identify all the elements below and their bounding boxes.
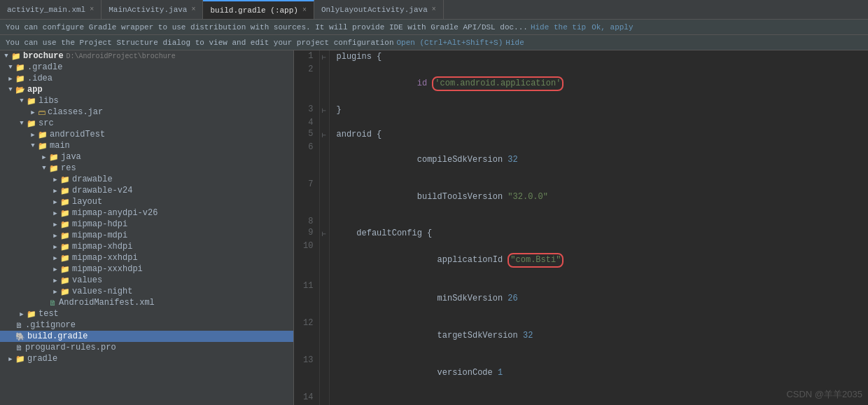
arrow-icon: ▼ — [29, 142, 36, 149]
tab-build-gradle-app[interactable]: build.gradle (:app) × — [203, 0, 314, 19]
line-content: } — [329, 104, 868, 117]
arrow-icon: ▶ — [29, 131, 36, 139]
project-header[interactable]: ▼ 📁 brochure D:\AndroidProject\brochure — [0, 50, 293, 62]
item-label: build.gradle — [27, 331, 88, 341]
sidebar-item-mipmap-mdpi[interactable]: ▶ 📁 mipmap-mdpi — [0, 230, 293, 241]
sidebar-item-mipmap-xxxhdpi[interactable]: ▶ 📁 mipmap-xxxhdpi — [0, 263, 293, 275]
arrow-icon: ▼ — [18, 97, 25, 104]
sidebar-item-gradle-dir[interactable]: ▶ 📁 gradle — [0, 353, 293, 364]
line-content: defaultConfig { — [329, 227, 868, 240]
java-folder-icon: 📁 — [49, 153, 59, 162]
line-number: 4 — [294, 117, 319, 128]
item-label: classes.jar — [48, 107, 103, 117]
close-icon[interactable]: × — [191, 6, 195, 13]
item-label: proguard-rules.pro — [25, 343, 116, 352]
sidebar-item-mipmap-xxhdpi[interactable]: ▶ 📁 mipmap-xxhdpi — [0, 252, 293, 263]
sidebar-item-layout[interactable]: ▶ 📁 layout — [0, 196, 293, 207]
item-label: mipmap-anydpi-v26 — [72, 208, 158, 218]
folder-icon: 📁 — [27, 119, 36, 128]
sidebar-item-res[interactable]: ▼ 📁 res — [0, 163, 293, 174]
sidebar-item-drawable[interactable]: ▶ 📁 drawable — [0, 174, 293, 185]
gutter-marker — [319, 317, 329, 355]
sidebar-item-build-gradle[interactable]: 🐘 build.gradle — [0, 331, 293, 342]
project-name: brochure — [23, 51, 64, 61]
gutter-marker — [319, 392, 329, 405]
sidebar-item-classes-jar[interactable]: ▶ 🗃 classes.jar — [0, 107, 293, 118]
sidebar-item-values-night[interactable]: ▶ 📁 values-night — [0, 286, 293, 297]
item-label: drawable-v24 — [72, 186, 132, 195]
project-folder-icon: 📁 — [11, 52, 21, 61]
line-content: android { — [329, 128, 868, 142]
item-label: gradle — [27, 354, 57, 364]
sidebar-item-androidmanifest[interactable]: 🗎 AndroidManifest.xml — [0, 297, 293, 308]
close-icon[interactable]: × — [302, 6, 307, 14]
sidebar-item-proguard[interactable]: 🗎 proguard-rules.pro — [0, 342, 293, 353]
line-content: plugins { — [329, 50, 868, 64]
close-icon[interactable]: × — [90, 6, 94, 13]
close-icon[interactable]: × — [432, 6, 436, 13]
sidebar-item-mipmap-xhdpi[interactable]: ▶ 📁 mipmap-xhdpi — [0, 241, 293, 252]
item-label: mipmap-xxhdpi — [72, 253, 138, 263]
sidebar-item-idea[interactable]: ▶ 📁 .idea — [0, 73, 293, 84]
sidebar-item-test[interactable]: ▶ 📁 test — [0, 308, 293, 320]
folder-icon: 📁 — [60, 242, 70, 252]
arrow-icon: ▶ — [52, 254, 59, 262]
code-line-8: 8 — [294, 216, 868, 227]
main-layout: ▼ 📁 brochure D:\AndroidProject\brochure … — [0, 50, 868, 405]
code-line-14: 14 versionName "1.0" — [294, 392, 868, 405]
item-label: values — [72, 275, 102, 285]
sidebar-item-drawable-v24[interactable]: ▶ 📁 drawable-v24 — [0, 185, 293, 196]
sidebar-item-gitignore[interactable]: 🗎 .gitignore — [0, 320, 293, 331]
line-number: 1 — [294, 50, 319, 64]
sidebar-item-src[interactable]: ▼ 📁 src — [0, 118, 293, 129]
line-number: 13 — [294, 355, 319, 392]
code-line-13: 13 versionCode 1 — [294, 355, 868, 392]
arrow-icon: ▼ — [18, 120, 25, 127]
sidebar-item-main[interactable]: ▼ 📁 main — [0, 140, 293, 151]
folder-icon: 📁 — [60, 220, 70, 229]
ok-apply-button[interactable]: Ok, apply — [592, 23, 633, 32]
arrow-icon: ▶ — [52, 243, 59, 251]
hide-tip-link[interactable]: Hide the tip — [531, 23, 586, 32]
gutter-marker — [319, 142, 329, 179]
folder-icon: 📁 — [27, 310, 36, 319]
tab-label: OnlyLayoutActivity.java — [321, 6, 428, 14]
gutter-marker: ⊢ — [319, 104, 329, 117]
sidebar-item-mipmap-hdpi[interactable]: ▶ 📁 mipmap-hdpi — [0, 219, 293, 230]
code-line-12: 12 targetSdkVersion 32 — [294, 317, 868, 355]
line-content: targetSdkVersion 32 — [329, 317, 868, 355]
sidebar-item-androidtest[interactable]: ▶ 📁 androidTest — [0, 129, 293, 140]
app-folder-icon: 📂 — [15, 85, 25, 95]
gutter-marker — [319, 216, 329, 227]
tab-only-layout[interactable]: OnlyLayoutActivity.java × — [314, 0, 444, 19]
hide-link-2[interactable]: Hide — [505, 39, 524, 47]
sidebar-item-gradle-folder[interactable]: ▼ 📁 .gradle — [0, 62, 293, 73]
item-label: mipmap-xhdpi — [72, 242, 132, 252]
sidebar-item-app[interactable]: ▼ 📂 app — [0, 84, 293, 95]
item-label: src — [38, 118, 54, 128]
sidebar-item-values[interactable]: ▶ 📁 values — [0, 275, 293, 286]
sidebar-item-mipmap-anydpi[interactable]: ▶ 📁 mipmap-anydpi-v26 — [0, 207, 293, 219]
project-path: D:\AndroidProject\brochure — [66, 53, 176, 60]
item-label: .idea — [27, 74, 52, 83]
arrow-icon: ▶ — [52, 221, 59, 228]
tab-activity-main[interactable]: activity_main.xml × — [0, 0, 102, 19]
arrow-icon: ▶ — [7, 75, 14, 83]
line-number: 2 — [294, 64, 319, 104]
code-line-11: 11 minSdkVersion 26 — [294, 280, 868, 317]
gradle-wrapper-banner: You can configure Gradle wrapper to use … — [0, 20, 868, 35]
gutter-marker — [319, 355, 329, 392]
gutter-marker — [319, 179, 329, 216]
tab-label: MainActivity.java — [108, 6, 187, 14]
tab-label: build.gradle (:app) — [210, 6, 298, 15]
line-number: 5 — [294, 128, 319, 142]
code-line-5: 5 ⊢ android { — [294, 128, 868, 142]
open-project-structure-link[interactable]: Open (Ctrl+Alt+Shift+S) — [397, 39, 503, 47]
code-editor: 1 ⊢ plugins { 2 id 'com.android.applicat… — [294, 50, 868, 405]
item-label: mipmap-mdpi — [72, 231, 127, 240]
code-line-7: 7 buildToolsVersion "32.0.0" — [294, 179, 868, 216]
sidebar-item-libs[interactable]: ▼ 📁 libs — [0, 95, 293, 107]
sidebar-item-java[interactable]: ▶ 📁 java — [0, 151, 293, 163]
tab-mainactivity[interactable]: MainActivity.java × — [102, 0, 203, 19]
line-content: buildToolsVersion "32.0.0" — [329, 179, 868, 216]
